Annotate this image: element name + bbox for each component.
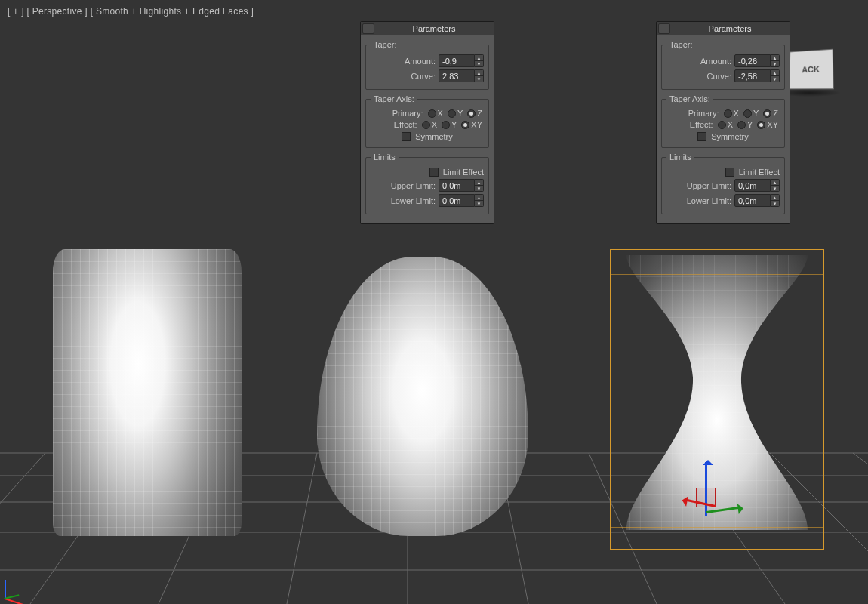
viewcube[interactable]: ACK [789,49,833,90]
taper-group: Taper: Amount: ▲▼ Curve: ▲▼ [365,40,489,90]
upper-limit-input[interactable] [734,179,771,192]
parameters-panel-2[interactable]: - Parameters Taper: Amount: ▲▼ Curve: ▲ [656,21,790,224]
wireframe-overlay [317,257,528,536]
spinner-down-icon[interactable]: ▼ [771,61,779,66]
taper-group: Taper: Amount: ▲▼ Curve: ▲▼ [661,40,785,90]
effect-radio-xy[interactable] [461,121,469,129]
lower-limit-spinner[interactable]: ▲▼ [439,194,484,207]
upper-limit-label: Upper Limit: [687,181,731,190]
spinner-up-icon[interactable]: ▲ [771,180,779,186]
amount-label: Amount: [405,57,436,66]
hourglass-shape [619,249,815,536]
panel-header[interactable]: - Parameters [361,22,494,35]
lower-limit-label: Lower Limit: [687,196,731,205]
effect-label: Effect: [394,120,417,129]
primary-radio-x[interactable] [428,109,436,118]
primary-radio-y[interactable] [743,109,752,118]
primary-radio-z[interactable] [763,109,771,118]
primary-option-x: X [438,109,443,118]
spinner-up-icon[interactable]: ▲ [771,195,779,201]
primary-option-y: Y [457,109,463,118]
lower-limit-input[interactable] [734,194,771,207]
taper-axis-legend: Taper Axis: [371,94,417,103]
upper-limit-label: Upper Limit: [391,181,436,190]
symmetry-checkbox[interactable] [697,132,706,141]
primary-radio-y[interactable] [448,109,456,118]
effect-radio-y[interactable] [442,121,450,129]
effect-radio-y[interactable] [737,121,746,129]
panel-minimize-button[interactable]: - [658,23,670,34]
spinner-up-icon[interactable]: ▲ [475,70,483,76]
primary-radio-x[interactable] [724,109,732,118]
amount-spinner[interactable]: ▲▼ [439,54,484,67]
lower-limit-label: Lower Limit: [391,196,436,205]
effect-option-y: Y [747,120,753,129]
limit-effect-checkbox[interactable] [725,168,734,177]
curve-input[interactable] [734,69,771,82]
axis-z-icon [5,580,6,599]
effect-radio-xy[interactable] [757,121,765,129]
panel-body: Taper: Amount: ▲▼ Curve: ▲▼ [361,35,494,223]
amount-spinner[interactable]: ▲▼ [734,54,780,67]
limit-effect-checkbox[interactable] [429,168,439,177]
lower-limit-spinner[interactable]: ▲▼ [734,194,780,207]
lower-limit-input[interactable] [439,194,475,207]
spinner-up-icon[interactable]: ▲ [771,55,779,61]
taper-legend: Taper: [371,40,400,49]
object-cylinder[interactable] [53,249,242,536]
effect-label: Effect: [690,120,713,129]
symmetry-label: Symmetry [415,132,453,141]
limits-legend: Limits [371,153,399,162]
taper-axis-group: Taper Axis: Primary: X Y Z Effect: X Y X… [661,94,785,148]
curve-input[interactable] [439,69,475,82]
viewport-label[interactable]: [ + ] [ Perspective ] [ Smooth + Highlig… [8,6,254,17]
upper-limit-spinner[interactable]: ▲▼ [439,179,484,192]
panel-body: Taper: Amount: ▲▼ Curve: ▲▼ [657,35,790,223]
spinner-up-icon[interactable]: ▲ [475,180,483,186]
primary-label: Primary: [392,109,423,118]
spinner-down-icon[interactable]: ▼ [771,201,779,206]
upper-limit-input[interactable] [439,179,475,192]
spinner-up-icon[interactable]: ▲ [475,195,483,201]
primary-option-x: X [734,109,739,118]
upper-limit-spinner[interactable]: ▲▼ [734,179,780,192]
wireframe-overlay [53,249,242,536]
object-tapered-egg[interactable] [317,257,528,536]
viewport-axis-tripod [3,571,33,601]
effect-option-xy: XY [471,120,482,129]
spinner-down-icon[interactable]: ▼ [475,186,483,191]
symmetry-checkbox[interactable] [402,132,411,141]
primary-radio-z[interactable] [467,109,476,118]
limit-effect-label: Limit Effect [739,168,780,177]
curve-label: Curve: [707,72,731,81]
effect-option-y: Y [451,120,457,129]
primary-option-z: Z [773,109,778,118]
symmetry-label: Symmetry [711,132,749,141]
curve-label: Curve: [411,72,436,81]
spinner-down-icon[interactable]: ▼ [475,61,483,66]
limits-group: Limits Limit Effect Upper Limit: ▲▼ Lowe… [661,153,785,214]
limits-legend: Limits [666,153,694,162]
amount-input[interactable] [439,54,475,67]
spinner-down-icon[interactable]: ▼ [771,186,779,191]
primary-option-z: Z [477,109,482,118]
spinner-down-icon[interactable]: ▼ [475,201,483,206]
spinner-down-icon[interactable]: ▼ [771,76,779,82]
panel-header[interactable]: - Parameters [657,22,790,35]
effect-radio-x[interactable] [718,121,726,129]
parameters-panel-1[interactable]: - Parameters Taper: Amount: ▲▼ Curve: ▲ [360,21,494,224]
taper-axis-group: Taper Axis: Primary: X Y Z Effect: X Y X… [365,94,489,148]
limits-group: Limits Limit Effect Upper Limit: ▲▼ Lowe… [365,153,489,214]
panel-minimize-button[interactable]: - [362,23,374,34]
spinner-down-icon[interactable]: ▼ [475,76,483,82]
effect-radio-x[interactable] [422,121,430,129]
amount-input[interactable] [734,54,771,67]
spinner-up-icon[interactable]: ▲ [475,55,483,61]
curve-spinner[interactable]: ▲▼ [734,69,780,82]
object-selected-hourglass[interactable] [619,249,815,536]
viewport-3d[interactable]: [ + ] [ Perspective ] [ Smooth + Highlig… [0,0,868,604]
limit-effect-label: Limit Effect [443,168,484,177]
curve-spinner[interactable]: ▲▼ [439,69,484,82]
primary-label: Primary: [688,109,719,118]
spinner-up-icon[interactable]: ▲ [771,70,779,76]
